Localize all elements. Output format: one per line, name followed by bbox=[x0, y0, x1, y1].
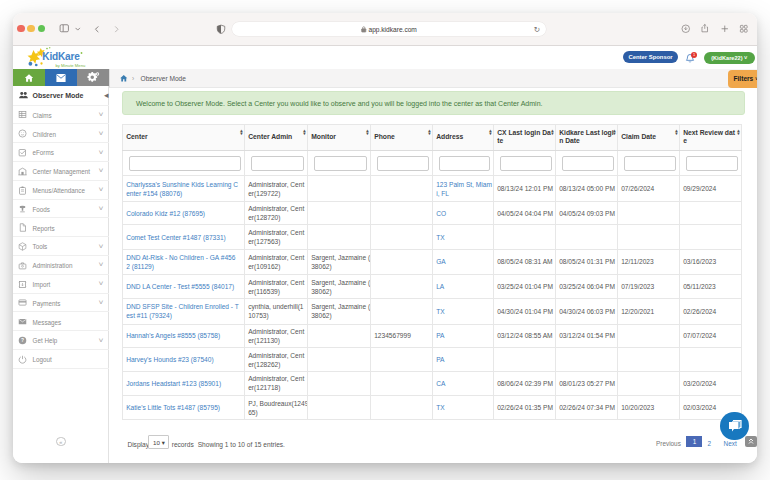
svg-text:KidKare: KidKare bbox=[42, 51, 80, 62]
svg-text:by Minute Menu: by Minute Menu bbox=[56, 63, 86, 68]
svg-text:?: ? bbox=[21, 338, 24, 343]
